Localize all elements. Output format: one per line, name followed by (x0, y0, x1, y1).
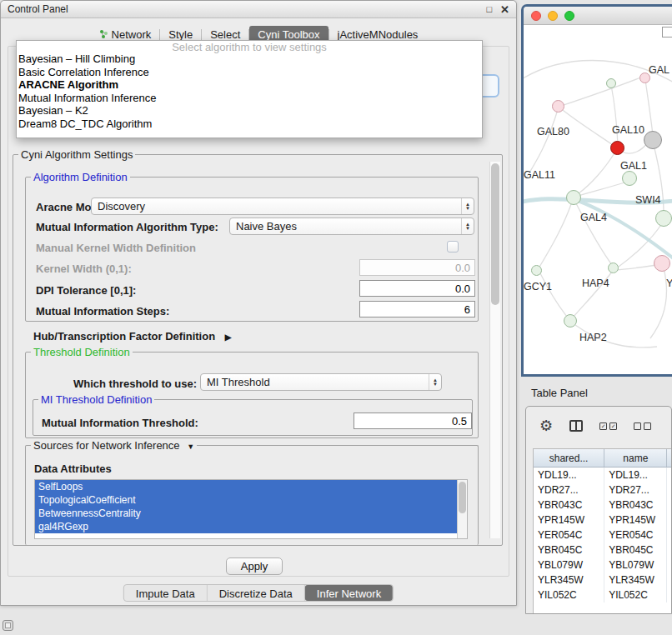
cell: 12 (667, 482, 672, 498)
network-node[interactable] (606, 78, 616, 88)
gear-icon[interactable]: ⚙ (539, 418, 553, 433)
node-label: GAL (649, 64, 669, 76)
list-item-selfloops[interactable]: SelfLoops (35, 480, 457, 493)
dropdown-item-dream8[interactable]: Dream8 DC_TDC Algorithm (17, 118, 482, 131)
node-label: Y (666, 278, 672, 289)
cell: YBR045C (604, 542, 667, 558)
network-node[interactable] (564, 314, 577, 328)
dropdown-item-bayesian-hill-climbing[interactable]: Bayesian – Hill Climbing (17, 52, 482, 66)
dropdown-item-bayesian-k2[interactable]: Bayesian – K2 (17, 104, 482, 118)
dropdown-item-basic-correlation[interactable]: Basic Correlation Inference (17, 66, 482, 79)
which-threshold-select[interactable]: MI Threshold ▲ ▼ (200, 373, 442, 391)
network-icon (99, 29, 108, 39)
tab-label: Network (112, 28, 152, 41)
dropdown-item-mutual-information[interactable]: Mutual Information Inference (17, 92, 482, 105)
dpi-tolerance-input[interactable] (359, 280, 475, 297)
table-row[interactable]: YBR045CYBR045C9. (534, 542, 672, 558)
manual-kernel-width-label: Manual Kernel Width Definition (36, 242, 196, 254)
mi-steps-input[interactable] (359, 301, 475, 318)
cell: 9. (667, 572, 672, 588)
node-label: GAL11 (524, 169, 555, 181)
collapse-down-icon[interactable]: ▼ (187, 442, 194, 451)
list-item-betweennesscentrality[interactable]: BetweennessCentrality (35, 507, 457, 520)
network-node[interactable] (644, 131, 662, 149)
network-node[interactable] (622, 171, 637, 186)
network-canvas[interactable]: GAL GAL80 GAL10 GAL11 GAL1 SWI4 GAL4 GCY… (524, 25, 672, 374)
network-node[interactable] (552, 100, 564, 112)
cell: 8. (667, 528, 672, 542)
threshold-definition-group: Threshold Definition Which threshold to … (25, 352, 479, 438)
table-panel-title: Table Panel (531, 387, 588, 399)
checkbox-glyph: ✓ (599, 422, 607, 430)
minimized-panel-icon[interactable] (3, 620, 13, 631)
cell: 13 (667, 468, 672, 482)
cell: YBR045C (534, 542, 604, 558)
cell: YDR27... (604, 482, 667, 498)
hub-definition-text: Hub/Transcription Factor Definition (33, 330, 215, 342)
tab-infer-network[interactable]: Infer Network (305, 585, 393, 601)
network-node[interactable] (655, 210, 672, 227)
table-row[interactable]: YER054CYER054C8. (534, 528, 672, 542)
dropdown-item-aracne[interactable]: ARACNE Algorithm (17, 78, 482, 92)
node-label: GAL1 (620, 160, 647, 172)
combo-down-icon: ▼ (433, 382, 438, 387)
network-node[interactable] (654, 255, 670, 272)
hub-definition-label[interactable]: Hub/Transcription Factor Definition ▶ (33, 330, 231, 343)
aracne-mode-select[interactable]: Discovery ▲ ▼ (91, 198, 474, 215)
node-label: GCY1 (524, 281, 552, 292)
tab-label: jActiveMNodules (338, 28, 419, 41)
list-item-topologicalcoefficient[interactable]: TopologicalCoefficient (35, 493, 457, 507)
close-panel-icon[interactable]: ✕ (500, 3, 509, 16)
column-header-name[interactable]: name (604, 449, 667, 467)
network-node[interactable] (531, 265, 542, 276)
mi-algorithm-type-select[interactable]: Naive Bayes ▲ ▼ (229, 218, 474, 235)
cell: YBR043C (534, 498, 604, 512)
table-row[interactable]: YDL19...YDL19...13 (534, 468, 672, 482)
network-node-selected[interactable] (610, 141, 624, 155)
table-row[interactable]: YIL052CYIL052C (534, 588, 672, 602)
mi-threshold-input[interactable] (354, 412, 472, 429)
settings-scrollbar[interactable] (489, 162, 500, 538)
zoom-traffic-light[interactable] (564, 11, 574, 21)
dropdown-placeholder: Select algorithm to view settings (17, 42, 482, 52)
sources-legend[interactable]: Sources for Network Inference ▼ (31, 439, 197, 453)
list-item-gal4rgexp[interactable]: gal4RGexp (35, 520, 457, 533)
canvas-corner-widget[interactable] (662, 27, 672, 38)
cell: YBL079W (604, 558, 667, 572)
tab-discretize-data[interactable]: Discretize Data (208, 585, 305, 601)
combo-down-icon: ▼ (465, 207, 470, 211)
cell: 9. (667, 512, 672, 528)
algorithm-definition-group: Algorithm Definition Aracne Mode: Discov… (25, 177, 479, 322)
checked-boxes-icon[interactable]: ✓✓ (599, 422, 617, 430)
column-header-shared[interactable]: shared... (534, 449, 604, 467)
apply-button[interactable]: Apply (226, 558, 283, 575)
minimize-traffic-light[interactable] (548, 11, 558, 21)
kernel-width-input[interactable] (359, 259, 475, 276)
float-panel-icon[interactable]: □ (486, 4, 492, 14)
scrollbar-thumb[interactable] (459, 482, 466, 513)
unchecked-boxes-icon[interactable] (634, 422, 651, 430)
table-row[interactable]: YDR27...YDR27...12 (534, 482, 672, 498)
network-node[interactable] (608, 262, 619, 273)
manual-kernel-width-checkbox[interactable] (447, 241, 459, 252)
algorithm-select-dropdown: Select algorithm to view settings Bayesi… (16, 40, 483, 138)
combo-stepper-icon: ▲ ▼ (461, 218, 474, 234)
network-node[interactable] (566, 190, 581, 205)
node-label: GAL4 (580, 212, 607, 223)
table-panel-toolbar: ⚙ ✓✓ (526, 407, 671, 445)
table-columns-icon[interactable] (569, 420, 583, 432)
table-row[interactable]: YBR043CYBR043C (534, 498, 672, 512)
tab-label: Style (168, 28, 193, 41)
table-row[interactable]: YPR145WYPR145W9. (534, 512, 672, 528)
mi-threshold-definition-group: MI Threshold Definition Mutual Informati… (33, 399, 473, 436)
cell (667, 588, 672, 602)
column-header-clipped[interactable] (667, 449, 672, 467)
tab-impute-data[interactable]: Impute Data (124, 585, 208, 601)
network-window-titlebar (524, 7, 672, 25)
table-row[interactable]: YBL079WYBL079W (534, 558, 672, 572)
table-row[interactable]: YLR345WYLR345W9. (534, 572, 672, 588)
close-traffic-light[interactable] (531, 11, 541, 21)
collapse-right-icon[interactable]: ▶ (225, 332, 232, 342)
scrollbar-thumb[interactable] (491, 163, 499, 305)
attribute-list-scrollbar[interactable] (457, 480, 467, 538)
